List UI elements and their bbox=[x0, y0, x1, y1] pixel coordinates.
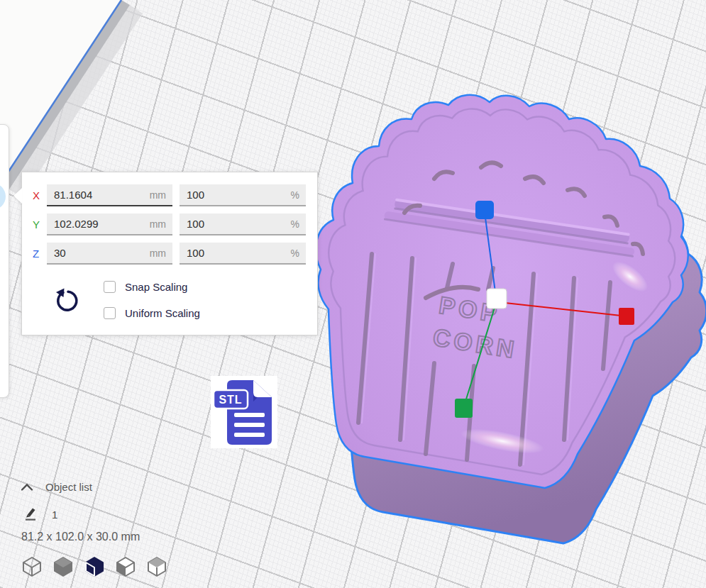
doc-line-2 bbox=[234, 423, 265, 427]
snap-scaling-label: Snap Scaling bbox=[125, 281, 187, 293]
stl-badge-text: STL bbox=[219, 394, 242, 406]
reset-scale-button[interactable] bbox=[53, 286, 83, 316]
scale-x-percent-input[interactable] bbox=[180, 184, 306, 205]
plate-edge-line bbox=[0, 0, 121, 184]
scale-x-mm-input[interactable] bbox=[47, 184, 172, 205]
view-button-front[interactable] bbox=[51, 555, 75, 577]
plate-edge-apron bbox=[9, 5, 143, 198]
uniform-scaling-row[interactable]: Uniform Scaling bbox=[104, 306, 200, 319]
scale-x-percent-field[interactable]: % bbox=[180, 184, 306, 206]
scale-y-mm-field[interactable]: mm bbox=[47, 213, 172, 235]
view-button-top-active[interactable] bbox=[82, 555, 106, 577]
left-toolbar-strip[interactable] bbox=[0, 124, 9, 398]
cube-wireframe-icon bbox=[20, 555, 44, 577]
snap-scaling-row[interactable]: Snap Scaling bbox=[104, 280, 187, 293]
scale-z-mm-field[interactable]: mm bbox=[47, 243, 172, 265]
stl-file-icon: STL bbox=[211, 376, 277, 448]
scale-z-percent-input[interactable] bbox=[180, 243, 306, 263]
axis-y-label: Y bbox=[33, 218, 47, 231]
view-button-right[interactable] bbox=[145, 555, 169, 577]
cube-top-face-icon bbox=[145, 555, 169, 577]
gizmo-center-handle[interactable] bbox=[487, 289, 507, 309]
object-list-label: Object list bbox=[45, 481, 92, 493]
axis-z-label: Z bbox=[33, 248, 47, 260]
doc-line-3 bbox=[234, 433, 265, 437]
chevron-up-icon bbox=[20, 483, 34, 492]
cube-left-face-icon bbox=[114, 555, 138, 577]
object-list-item[interactable]: 1 bbox=[23, 505, 57, 521]
doc-line-1 bbox=[234, 413, 265, 417]
model-dimensions-label: 81.2 x 102.0 x 30.0 mm bbox=[21, 531, 140, 543]
pencil-icon bbox=[23, 505, 38, 521]
scale-y-mm-input[interactable] bbox=[47, 213, 172, 234]
scale-tool-panel: X mm % Y mm % Z mm bbox=[21, 172, 318, 335]
scale-z-mm-input[interactable] bbox=[47, 243, 172, 263]
uniform-scaling-checkbox[interactable] bbox=[104, 307, 116, 319]
cube-active-icon bbox=[82, 555, 106, 577]
camera-view-toolbar bbox=[20, 555, 169, 577]
view-button-3d[interactable] bbox=[20, 555, 44, 577]
gizmo-x-handle[interactable] bbox=[619, 308, 634, 325]
uniform-scaling-label: Uniform Scaling bbox=[125, 307, 200, 319]
view-button-left[interactable] bbox=[114, 555, 138, 577]
panel-caret bbox=[13, 188, 22, 204]
model-popcorn-mold[interactable]: POP CORN bbox=[316, 95, 706, 543]
object-list-toggle[interactable]: Object list bbox=[20, 481, 92, 493]
gizmo-y-handle[interactable] bbox=[455, 399, 473, 418]
plate-edge-band bbox=[0, 0, 130, 189]
scale-z-percent-field[interactable]: % bbox=[180, 243, 306, 265]
scale-y-percent-field[interactable]: % bbox=[180, 213, 306, 235]
axis-x-label: X bbox=[33, 189, 47, 201]
object-count: 1 bbox=[52, 509, 57, 521]
cube-solid-icon bbox=[51, 555, 75, 577]
viewport-3d[interactable]: POP CORN X bbox=[0, 0, 706, 588]
scale-x-mm-field[interactable]: mm bbox=[47, 184, 172, 206]
snap-scaling-checkbox[interactable] bbox=[104, 281, 116, 293]
scale-y-percent-input[interactable] bbox=[180, 213, 306, 234]
gizmo-z-handle[interactable] bbox=[475, 201, 494, 219]
